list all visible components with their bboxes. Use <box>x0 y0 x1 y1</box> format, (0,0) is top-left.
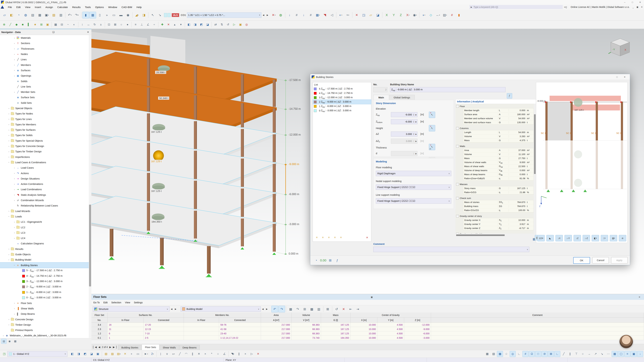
collapse-icon[interactable]: − <box>456 233 459 234</box>
story-new[interactable]: ≡ <box>314 235 320 240</box>
model-prev-button[interactable]: ◀ <box>261 307 265 312</box>
export[interactable]: ↘ <box>156 12 163 18</box>
fs-header-center-of-gravity[interactable]: Center of Gravity <box>350 313 431 318</box>
chevron-icon[interactable]: › <box>13 226 16 229</box>
new-table[interactable]: ▧ <box>50 12 57 18</box>
numbering-mode[interactable]: 2▾ <box>150 351 156 357</box>
bottom-tab-floor-sets[interactable]: Floor Sets <box>142 344 159 350</box>
first-page-icon[interactable]: ▏◀ <box>93 346 97 349</box>
clipping-box[interactable]: ◨ <box>140 12 147 18</box>
preview-wire-view[interactable]: □ ▾ <box>601 235 608 241</box>
extend-tool[interactable]: ▷ <box>249 351 255 357</box>
tree-item-solid-sets[interactable]: ■Solid Sets <box>0 100 89 106</box>
spinner-icon[interactable]: ▴▾ <box>412 113 415 116</box>
expand-icon[interactable]: ▶ <box>415 121 417 123</box>
story-list-item-3[interactable]: 3Ztop : -12.000 m | ΔZ : 3.000 m <box>313 95 371 100</box>
preview-measure[interactable]: ◣ <box>546 235 554 241</box>
tree-item-line-sets[interactable]: ╱Line Sets <box>0 84 89 89</box>
tree-item-actions[interactable]: ›↷Actions <box>0 170 89 176</box>
workspace-close-icon[interactable]: ✕ <box>640 6 644 8</box>
menu-insert[interactable]: Insert <box>32 4 43 10</box>
open-model[interactable]: ◧ <box>8 12 15 18</box>
plumb-line[interactable]: ↓ <box>637 351 643 357</box>
info-group-gravity-center-of-story[interactable]: −Gravity center of story <box>456 214 534 218</box>
rename-story-button[interactable]: ƒ <box>507 93 512 98</box>
snap-track-1[interactable]: → <box>586 351 592 357</box>
tree-item-timber-design[interactable]: ›Timber Design <box>0 322 89 328</box>
tree-item-types-for-special-objects[interactable]: ›Types for Special Objects <box>0 138 89 143</box>
nav-tab-data[interactable]: ▤ <box>1 339 6 344</box>
tree-item-1-ztop-6-000-m-z-3-000-m[interactable]: 1 - Ztop : -6.000 m | ΔZ : 3.000 m <box>0 290 89 295</box>
maximize-button[interactable]: □ <box>628 0 636 4</box>
chevron-icon[interactable]: › <box>13 302 16 304</box>
chevron-icon[interactable]: › <box>13 199 16 202</box>
tree-item-webinaire-mod-le-de-b-timent-30-08-2023-[interactable]: ›◈Webinaire_-_Modèle_de_bâtiment_-_30-08… <box>0 333 89 338</box>
chevron-icon[interactable]: › <box>7 107 10 110</box>
tree-item-types-for-members[interactable]: ›Types for Members <box>0 122 89 127</box>
preview-view-z[interactable]: ↕Z <box>574 235 581 241</box>
fill-down[interactable]: ▩ <box>308 306 315 312</box>
chevron-icon[interactable]: › <box>13 91 16 93</box>
offset-tool[interactable]: ∥ <box>236 351 242 357</box>
draw-cross[interactable]: × <box>202 351 208 357</box>
curve-tool[interactable]: ~ <box>65 22 71 27</box>
view-minus-x[interactable]: X▾ <box>404 12 411 18</box>
import[interactable]: ↖ <box>150 12 156 18</box>
chevron-icon[interactable]: › <box>13 221 16 223</box>
tree-item-0-ztop-3-000-m-z-3-000-m[interactable]: 0 - Ztop : -3.000 m | ΔZ : 3.000 m <box>0 295 89 300</box>
undo[interactable]: ↶▾ <box>66 12 73 18</box>
result-tables[interactable]: ▦▾ <box>314 12 321 18</box>
save-as[interactable]: ▣▾ <box>44 12 50 18</box>
table-view[interactable]: ▦ <box>287 306 294 312</box>
jump-back[interactable]: ↶ <box>271 306 278 312</box>
menu-window[interactable]: Window <box>106 4 119 10</box>
preview-view-x[interactable]: ↕X <box>556 235 563 241</box>
information-vscrollbar[interactable] <box>534 104 536 234</box>
tree-item-types-for-nodes[interactable]: ›Types for Nodes <box>0 111 89 116</box>
fs-subheader[interactable]: Connected <box>219 318 261 323</box>
close-panel-icon[interactable]: ✕ <box>637 296 642 298</box>
adjust[interactable]: ± <box>98 22 104 27</box>
menu-results[interactable]: Results <box>70 4 83 10</box>
search-icon[interactable]: ≡Q <box>563 5 568 9</box>
clear[interactable]: ✕ <box>340 306 347 312</box>
surface-tl[interactable]: ◩ <box>198 22 204 27</box>
tree-item-imperfections[interactable]: ›Imperfections <box>0 154 89 160</box>
chevron-icon[interactable]: › <box>13 167 16 169</box>
chevron-icon[interactable]: › <box>7 123 10 126</box>
draw-circle[interactable]: ○ <box>215 351 221 357</box>
story-delete-button[interactable]: ✕ <box>364 235 370 240</box>
snap-angle[interactable]: ∟ <box>516 351 522 357</box>
preview-print[interactable]: ▤ ▾ <box>610 235 617 241</box>
story-list-item-1[interactable]: 1Ztop : -6.000 m | ΔZ : 3.000 m <box>313 104 371 108</box>
fs-header-mass[interactable]: Mass <box>321 313 350 318</box>
tree-item-floor-sets[interactable]: ›≡Floor Sets <box>0 301 89 306</box>
tree-item-lines[interactable]: ›╱Lines <box>0 57 89 62</box>
toggle-tables[interactable]: ▦ <box>90 12 96 18</box>
tree-item-thicknesses[interactable]: ›▱Thicknesses <box>0 46 89 51</box>
move-tool[interactable]: ↕ <box>79 22 85 27</box>
next-combination-button[interactable]: ▶ <box>266 12 270 17</box>
chevron-icon[interactable]: › <box>13 37 16 39</box>
chevron-icon[interactable]: › <box>8 258 10 261</box>
building-model-select[interactable]: Building Model∨ <box>180 306 261 312</box>
tree-item-relationship-between-load-cases[interactable]: ↻Relationship Between Load Cases <box>0 203 89 208</box>
refresh[interactable]: ↺ <box>333 306 340 312</box>
story-edit[interactable]: ≡ <box>326 235 332 240</box>
chevron-icon[interactable]: › <box>7 145 10 147</box>
microscope[interactable]: ◉▾ <box>412 12 418 18</box>
input-zbottom[interactable]: -6.000▴▾▶ <box>391 119 418 124</box>
tree-item-deep-beams[interactable]: ›▌Deep Beams <box>0 311 89 317</box>
grid-settings[interactable]: ▧ <box>490 351 496 357</box>
fs-subheader[interactable]: G [t] <box>321 318 350 323</box>
chevron-icon[interactable]: › <box>13 231 16 234</box>
formula[interactable]: ƒ <box>334 257 340 264</box>
fs-menu-goto[interactable]: Go To <box>92 300 102 305</box>
fs-header-volume[interactable]: Volume <box>292 313 321 318</box>
tree-item-nodes[interactable]: ›•Nodes <box>0 51 89 57</box>
row-jump[interactable]: ↷ <box>294 306 301 312</box>
mesh[interactable]: ▦ <box>53 22 58 27</box>
info-group-gravity-center-of-building[interactable]: −Gravity center of building <box>456 232 534 234</box>
floor-modeling-select[interactable]: Rigid Diaphragm∨ <box>376 171 451 176</box>
tree-item-printout-reports[interactable]: Printout Reports <box>0 328 89 333</box>
